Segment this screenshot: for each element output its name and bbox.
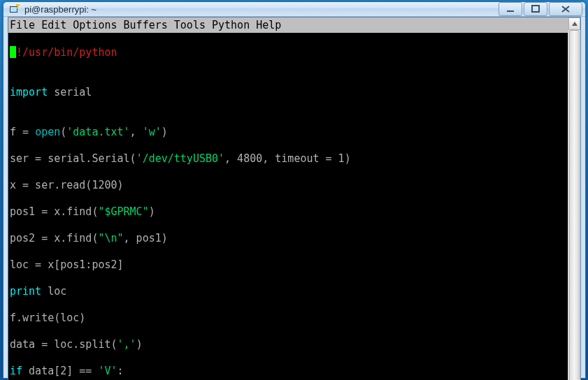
maximize-button[interactable] bbox=[524, 2, 547, 16]
window-titlebar[interactable]: pi@raspberrypi: ~ bbox=[3, 2, 585, 17]
emacs-menubar[interactable]: File Edit Options Buffers Tools Python H… bbox=[8, 17, 568, 33]
code-line: pos2 = x.find("\n", pos1) bbox=[10, 232, 566, 245]
emacs-editor[interactable]: File Edit Options Buffers Tools Python H… bbox=[8, 17, 568, 380]
svg-rect-2 bbox=[16, 4, 20, 6]
code-line: if data[2] == 'V': bbox=[10, 365, 566, 378]
svg-rect-1 bbox=[10, 7, 17, 12]
putty-icon bbox=[9, 3, 20, 15]
window-title: pi@raspberrypi: ~ bbox=[24, 4, 499, 15]
code-line: print loc bbox=[10, 285, 566, 298]
text-cursor bbox=[10, 46, 16, 58]
code-line: import serial bbox=[10, 86, 566, 99]
code-line: f = open('data.txt', 'w') bbox=[10, 126, 566, 139]
minimize-button[interactable] bbox=[499, 2, 522, 16]
vertical-scrollbar[interactable] bbox=[568, 17, 580, 380]
terminal-window: pi@raspberrypi: ~ File Edit Options Buff… bbox=[3, 1, 586, 379]
code-line: data = loc.split(',') bbox=[10, 338, 566, 351]
close-button[interactable] bbox=[549, 2, 582, 16]
svg-rect-4 bbox=[507, 10, 514, 12]
terminal-client-area: File Edit Options Buffers Tools Python H… bbox=[8, 17, 581, 380]
code-line: loc = x[pos1:pos2] bbox=[10, 258, 566, 272]
code-line: x = ser.read(1200) bbox=[10, 179, 566, 192]
scrollbar-track[interactable] bbox=[568, 30, 580, 380]
window-controls bbox=[499, 2, 582, 16]
svg-rect-5 bbox=[532, 6, 539, 12]
code-line: ser = serial.Serial('/dev/ttyUSB0', 4800… bbox=[10, 152, 566, 166]
code-line: f.write(loc) bbox=[10, 312, 566, 325]
scrollbar-thumb[interactable] bbox=[569, 30, 580, 380]
code-line: #!/usr/bin/python bbox=[10, 46, 566, 59]
emacs-buffer[interactable]: #!/usr/bin/python import serial f = open… bbox=[8, 33, 568, 380]
code-line: pos1 = x.find("$GPRMC") bbox=[10, 205, 566, 219]
scroll-up-button[interactable] bbox=[568, 17, 580, 30]
